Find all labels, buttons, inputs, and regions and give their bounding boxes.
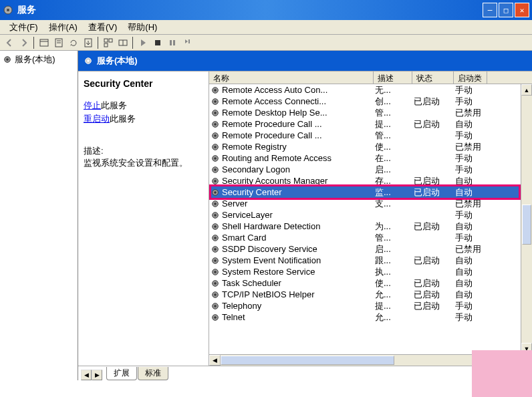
svg-point-18 <box>6 58 9 61</box>
tab-scroll-left[interactable]: ◀ <box>81 370 92 380</box>
col-desc[interactable]: 描述 <box>374 72 412 84</box>
service-row[interactable]: System Restore Service执...自动 <box>209 266 532 277</box>
cell-status: 已启动 <box>412 221 454 233</box>
service-row[interactable]: System Event Notification跟...已启动自动 <box>209 255 532 266</box>
service-row[interactable]: Smart Card管...手动 <box>209 232 532 243</box>
gear-icon <box>84 56 93 65</box>
svg-point-20 <box>87 59 90 62</box>
menu-file[interactable]: 文件(F) <box>4 20 43 35</box>
svg-point-22 <box>214 89 217 92</box>
tree-root-services[interactable]: 服务(本地) <box>1 52 76 67</box>
cell-name: Remote Procedure Call ... <box>209 130 374 140</box>
close-button[interactable]: ✕ <box>515 3 529 17</box>
service-row[interactable]: Remote Access Auto Con...无...手动 <box>209 84 532 96</box>
service-row[interactable]: Remote Desktop Help Se...管...已禁用 <box>209 107 532 118</box>
svg-point-26 <box>214 112 217 114</box>
window-title: 服务 <box>17 4 483 16</box>
cell-status: 已启动 <box>412 300 454 312</box>
pause-service-button[interactable] <box>166 36 179 49</box>
cell-desc: 允... <box>374 311 412 323</box>
col-status[interactable]: 状态 <box>412 72 454 84</box>
service-row[interactable]: SSDP Discovery Service启...已禁用 <box>209 243 532 255</box>
service-row[interactable]: Remote Procedure Call ...提...已启动自动 <box>209 118 532 130</box>
toolbar <box>0 35 532 51</box>
restart-service-button[interactable] <box>180 36 194 49</box>
cell-name: Secondary Logon <box>209 164 374 174</box>
refresh-button[interactable] <box>67 36 80 49</box>
cell-desc: 为... <box>374 221 412 233</box>
service-row[interactable]: Remote Registry使...已禁用 <box>209 141 532 152</box>
service-row[interactable]: Security Accounts Manager存...已启动自动 <box>209 175 532 186</box>
cell-desc: 执... <box>374 266 412 278</box>
menu-view[interactable]: 查看(V) <box>83 20 122 35</box>
cell-start: 手动 <box>454 300 487 312</box>
service-row[interactable]: Remote Access Connecti...创...已启动手动 <box>209 96 532 107</box>
cell-desc: 提... <box>374 300 412 312</box>
cell-desc: 允... <box>374 289 412 301</box>
vertical-scrollbar[interactable]: ▲ ▼ <box>521 84 532 354</box>
scroll-up-icon[interactable]: ▲ <box>521 84 532 96</box>
forward-button[interactable] <box>17 36 31 49</box>
stop-service-button[interactable] <box>151 36 164 49</box>
cell-name: Remote Procedure Call ... <box>209 119 374 129</box>
service-row[interactable]: Routing and Remote Access在...手动 <box>209 152 532 164</box>
svg-point-36 <box>214 168 217 171</box>
svg-rect-14 <box>170 40 172 45</box>
service-row[interactable]: Telephony提...已启动手动 <box>209 300 532 311</box>
svg-point-62 <box>214 316 217 319</box>
export-button[interactable] <box>82 36 95 49</box>
svg-point-34 <box>214 157 217 160</box>
svg-rect-13 <box>155 40 160 45</box>
service-row[interactable]: ServiceLayer手动 <box>209 209 532 221</box>
stop-link[interactable]: 停止 <box>84 100 101 110</box>
service-row[interactable]: Task Scheduler使...已启动自动 <box>209 277 532 289</box>
scroll-thumb[interactable] <box>522 205 531 245</box>
titlebar: 服务 ─ □ ✕ <box>0 0 532 20</box>
back-button[interactable] <box>3 36 16 49</box>
svg-point-50 <box>214 248 217 251</box>
service-row[interactable]: Security Center监...已启动自动 <box>209 186 532 198</box>
start-service-button[interactable] <box>136 36 150 49</box>
toolbar-btn-2[interactable] <box>102 36 115 49</box>
col-start[interactable]: 启动类 <box>454 72 487 84</box>
cell-start: 自动 <box>454 175 487 187</box>
svg-point-38 <box>214 180 217 182</box>
service-row[interactable]: Shell Hardware Detection为...已启动自动 <box>209 221 532 232</box>
menu-action[interactable]: 操作(A) <box>43 20 83 35</box>
menu-help[interactable]: 帮助(H) <box>122 20 162 35</box>
service-row[interactable]: Secondary Logon启...手动 <box>209 164 532 175</box>
scroll-left-icon[interactable]: ◀ <box>209 355 221 366</box>
tab-extended[interactable]: 扩展 <box>106 367 137 380</box>
toolbar-btn-1[interactable] <box>37 36 51 49</box>
scroll-thumb-h[interactable] <box>221 356 394 365</box>
cell-name: Remote Access Connecti... <box>209 96 374 106</box>
tab-standard[interactable]: 标准 <box>138 367 168 380</box>
svg-rect-9 <box>109 39 112 42</box>
cell-desc: 管... <box>374 232 412 244</box>
cell-start: 手动 <box>454 209 487 221</box>
toolbar-btn-3[interactable] <box>116 36 130 49</box>
service-row[interactable]: Telnet允...手动 <box>209 311 532 323</box>
tab-scroll-right[interactable]: ▶ <box>92 370 102 380</box>
svg-point-54 <box>214 271 217 273</box>
restart-link[interactable]: 重启动 <box>84 114 110 124</box>
col-name[interactable]: 名称 <box>209 72 374 84</box>
cell-name: Remote Registry <box>209 142 374 152</box>
svg-point-24 <box>214 100 217 103</box>
cell-desc: 提... <box>374 118 412 130</box>
service-row[interactable]: Remote Procedure Call ...管...手动 <box>209 130 532 141</box>
svg-rect-16 <box>188 39 190 43</box>
cell-name: System Restore Service <box>209 267 374 277</box>
cell-start: 已禁用 <box>454 198 487 210</box>
properties-button[interactable] <box>52 36 65 49</box>
maximize-button[interactable]: □ <box>499 3 513 17</box>
minimize-button[interactable]: ─ <box>483 3 497 17</box>
cell-desc: 使... <box>374 141 412 153</box>
service-row[interactable]: Server支...已禁用 <box>209 198 532 209</box>
cell-name: Telnet <box>209 312 374 322</box>
cell-start: 手动 <box>454 232 487 244</box>
service-row[interactable]: TCP/IP NetBIOS Helper允...已启动自动 <box>209 289 532 300</box>
cell-name: Telephony <box>209 301 374 311</box>
services-icon <box>3 5 13 15</box>
svg-point-48 <box>214 237 217 239</box>
